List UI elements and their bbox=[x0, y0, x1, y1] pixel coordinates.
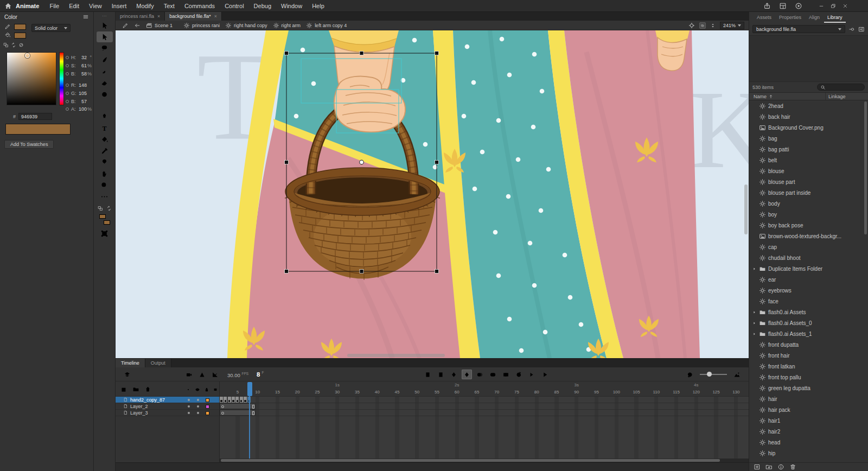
layer-frames-row[interactable] bbox=[220, 397, 749, 403]
close-tab-icon[interactable]: × bbox=[214, 14, 217, 19]
library-item[interactable]: cap bbox=[749, 241, 868, 252]
frame-span[interactable] bbox=[220, 410, 256, 416]
menu-item[interactable]: Modify bbox=[131, 1, 158, 11]
keyframe-cell[interactable] bbox=[240, 397, 244, 403]
no-color-icon[interactable] bbox=[18, 42, 24, 48]
saturation-brightness-picker[interactable] bbox=[7, 52, 56, 105]
expander-icon[interactable] bbox=[752, 321, 757, 326]
slider-knob[interactable] bbox=[707, 372, 712, 377]
insert-blank-keyframe-button[interactable] bbox=[462, 370, 472, 379]
text-tool[interactable]: T bbox=[97, 123, 113, 133]
color-style-select[interactable]: Solid color bbox=[31, 24, 71, 32]
channel-radio[interactable] bbox=[66, 84, 69, 87]
layer-options-button[interactable] bbox=[122, 370, 132, 379]
scrollbar-thumb[interactable] bbox=[347, 354, 445, 357]
panel-tab[interactable]: Align bbox=[806, 14, 823, 23]
panel-tab[interactable]: Output bbox=[145, 359, 171, 367]
onion-skin-outlines-button[interactable] bbox=[488, 370, 498, 379]
layer-lock-dot[interactable] bbox=[197, 405, 199, 408]
channel-radio[interactable] bbox=[66, 100, 69, 103]
library-item[interactable]: boy bbox=[749, 209, 868, 220]
layer-visibility-dot[interactable] bbox=[188, 412, 190, 414]
menu-item[interactable]: Insert bbox=[107, 1, 132, 11]
layer-lock-dot[interactable] bbox=[197, 412, 199, 414]
document-tab[interactable]: princess rani.fla × bbox=[116, 12, 165, 21]
panel-tab[interactable]: Timeline bbox=[116, 359, 145, 367]
timeline-horizontal-scrollbar[interactable] bbox=[220, 459, 749, 462]
restore-button[interactable] bbox=[829, 2, 838, 10]
test-movie-icon[interactable] bbox=[795, 2, 802, 10]
close-button[interactable] bbox=[841, 2, 850, 10]
workspace-icon[interactable] bbox=[779, 2, 787, 10]
menu-item[interactable]: Edit bbox=[64, 1, 84, 11]
zoom-level-select[interactable]: 241% bbox=[720, 22, 744, 29]
panel-tab[interactable]: Library bbox=[824, 14, 846, 23]
back-button[interactable] bbox=[134, 22, 141, 29]
timeline-ruler[interactable]: 5101520253035404550556065707580859095100… bbox=[220, 381, 749, 397]
stage[interactable]: T K bbox=[116, 30, 749, 358]
timeline-layer[interactable]: Layer_2 bbox=[116, 403, 219, 410]
library-item[interactable]: 2head bbox=[749, 100, 868, 111]
layer-outline-color[interactable] bbox=[206, 405, 209, 409]
menu-item[interactable]: Control bbox=[220, 1, 248, 11]
home-icon[interactable] bbox=[4, 2, 12, 10]
timeline-layer[interactable]: Layer_3 bbox=[116, 410, 219, 416]
library-item[interactable]: brown-wood-textured-backgr... bbox=[749, 231, 868, 241]
panel-tab[interactable]: Properties bbox=[776, 14, 805, 23]
tools-panel-handle[interactable]: ⋯ bbox=[94, 14, 115, 20]
item-properties-button[interactable] bbox=[777, 463, 784, 470]
library-item[interactable]: boy back pose bbox=[749, 220, 868, 231]
library-item[interactable]: hip bbox=[749, 448, 868, 459]
pin-library-icon[interactable] bbox=[848, 26, 855, 33]
step-forward-button[interactable] bbox=[527, 370, 537, 379]
library-item[interactable]: blouse bbox=[749, 166, 868, 176]
breadcrumb-item[interactable]: princess rani bbox=[183, 22, 220, 29]
stroke-color-icon[interactable] bbox=[4, 23, 11, 30]
library-item[interactable]: back hair bbox=[749, 111, 868, 122]
keyframe-cell[interactable] bbox=[228, 397, 232, 403]
keyframe-cell[interactable] bbox=[232, 397, 235, 403]
zoom-tool[interactable] bbox=[97, 180, 113, 190]
library-scrollbar[interactable] bbox=[864, 100, 867, 462]
library-item[interactable]: flash0.ai Assets_0 bbox=[749, 317, 868, 328]
timeline-layer[interactable]: hand2_copy_87 bbox=[116, 397, 219, 403]
library-search[interactable] bbox=[817, 84, 865, 91]
scrollbar-thumb[interactable] bbox=[221, 459, 720, 462]
oval-tool[interactable] bbox=[97, 88, 113, 99]
remove-frame-button[interactable] bbox=[436, 370, 446, 379]
frame-rate[interactable]: 30.00 FPS bbox=[227, 372, 248, 378]
frames-area[interactable]: 5101520253035404550556065707580859095100… bbox=[220, 381, 749, 462]
library-item[interactable]: hair pack bbox=[749, 404, 868, 415]
scrollbar-thumb[interactable] bbox=[744, 184, 748, 234]
fill-swatch[interactable] bbox=[104, 220, 110, 225]
delete-item-button[interactable] bbox=[789, 463, 796, 470]
library-item[interactable]: flash0.ai Assets_1 bbox=[749, 328, 868, 339]
show-hide-all-icon[interactable] bbox=[193, 385, 201, 393]
library-item[interactable]: body bbox=[749, 198, 868, 209]
frame-span[interactable] bbox=[220, 403, 256, 409]
breadcrumb-item[interactable]: left arm copy 4 bbox=[306, 22, 347, 29]
transform-origin-point[interactable] bbox=[360, 160, 364, 164]
layer-visibility-dot[interactable] bbox=[188, 399, 190, 401]
resize-thumbnails-button[interactable] bbox=[732, 370, 742, 379]
fluid-brush-tool[interactable] bbox=[97, 54, 113, 65]
library-item[interactable]: hair2 bbox=[749, 426, 868, 437]
library-item[interactable]: bag bbox=[749, 133, 868, 144]
swap-colors-icon[interactable] bbox=[106, 206, 112, 211]
library-item[interactable]: flash0.ai Assets bbox=[749, 307, 868, 317]
hue-slider[interactable] bbox=[59, 52, 64, 105]
menu-item[interactable]: Debug bbox=[249, 1, 276, 11]
add-to-swatches-button[interactable]: Add To Swatches bbox=[4, 140, 54, 149]
play-button[interactable] bbox=[540, 370, 550, 379]
library-columns[interactable]: Name Linkage bbox=[749, 92, 868, 100]
fill-color-icon[interactable] bbox=[4, 32, 11, 39]
library-document-select[interactable]: background file.fla bbox=[752, 25, 845, 33]
new-folder-button[interactable] bbox=[765, 463, 773, 470]
asset-warp-tool[interactable] bbox=[97, 157, 113, 168]
expander-icon[interactable] bbox=[752, 266, 757, 271]
column-divider[interactable] bbox=[825, 93, 826, 100]
hand-tool[interactable] bbox=[97, 168, 113, 179]
delete-layer-button[interactable] bbox=[143, 384, 153, 394]
camera-column-icon[interactable] bbox=[184, 385, 192, 393]
column-linkage[interactable]: Linkage bbox=[828, 94, 846, 99]
